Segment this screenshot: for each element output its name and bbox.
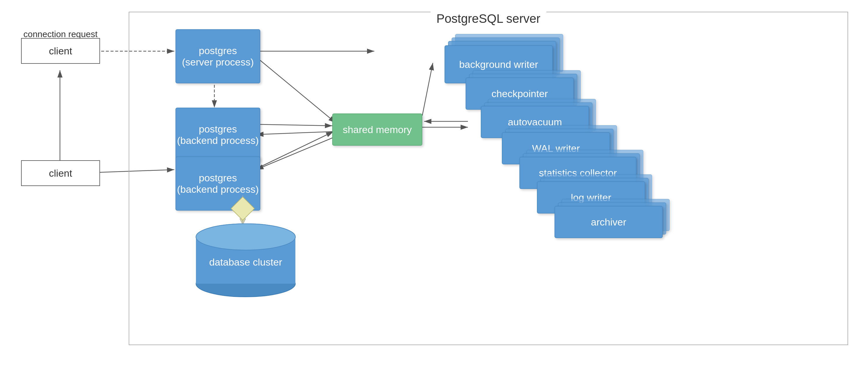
svg-marker-24 xyxy=(231,197,254,220)
archiver: archiver xyxy=(555,206,663,238)
database-cluster-svg: database cluster xyxy=(190,219,301,301)
server-title: PostgreSQL server xyxy=(431,12,546,26)
svg-point-22 xyxy=(196,224,296,250)
connection-request-label: connection request xyxy=(23,29,98,39)
postgres-server-process: postgres (server process) xyxy=(176,29,260,83)
db-arrow-svg xyxy=(229,195,256,224)
client-bottom: client xyxy=(21,160,100,186)
svg-text:database cluster: database cluster xyxy=(209,256,282,268)
postgres-backend1: postgres (backend process) xyxy=(176,108,260,162)
client-top: client xyxy=(21,38,100,64)
diagram-container: PostgreSQL server connection request cli… xyxy=(0,0,868,365)
shared-memory: shared memory xyxy=(332,114,422,146)
